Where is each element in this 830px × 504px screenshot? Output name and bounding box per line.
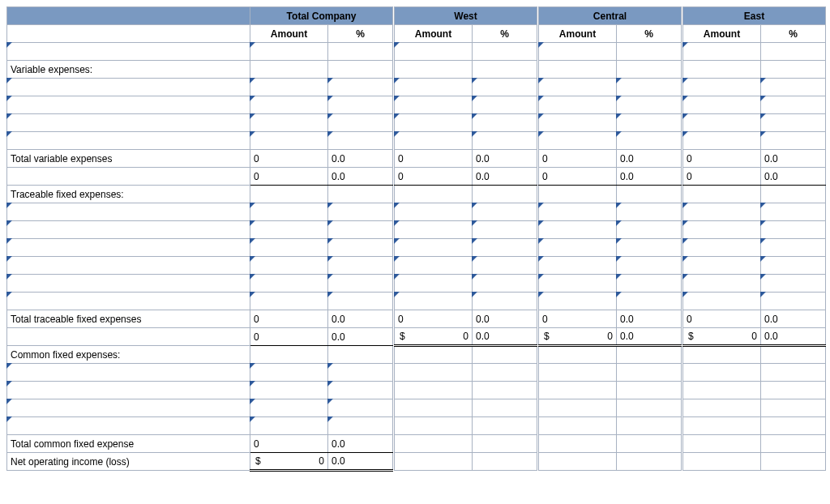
subheader-amount: Amount [250,25,328,43]
income-statement-table: Total Company West Central East Amount %… [6,6,826,472]
label-total-commonfix: Total common fixed expense [7,435,250,453]
subheader-pct: % [328,25,393,43]
label-total-tracefix: Total traceable fixed expenses [7,310,250,328]
label-common-fixed: Common fixed expenses: [7,346,250,364]
label-net-operating-income: Net operating income (loss) [7,453,250,471]
input-row[interactable] [7,399,826,417]
header-row-sub: Amount % Amount % Amount % Amount % [7,25,826,43]
segment-header-east: East [683,7,826,25]
amount-cell: 0 [250,150,328,168]
input-row[interactable] [7,382,826,399]
segment-header-total: Total Company [250,7,393,25]
label-variable-expenses: Variable expenses: [7,61,250,79]
input-row[interactable] [7,417,826,435]
row-variable-expenses: Variable expenses: [7,61,826,79]
input-row[interactable] [7,257,826,275]
header-row-segments: Total Company West Central East [7,7,826,25]
label-traceable-fixed: Traceable fixed expenses: [7,186,250,203]
currency-cell: $0 [250,453,328,471]
input-row[interactable] [7,114,826,132]
input-row[interactable] [7,293,826,310]
row-segment-margin: 0 0.0 $0 0.0 $0 0.0 $0 0.0 [7,328,826,346]
input-row[interactable] [7,221,826,239]
row-total-traceable-fixed: Total traceable fixed expenses 00.0 00.0… [7,310,826,328]
row-common-fixed: Common fixed expenses: [7,346,826,364]
row-traceable-fixed: Traceable fixed expenses: [7,186,826,203]
row-total-variable-expenses: Total variable expenses 0 0.0 00.0 00.0 … [7,150,826,168]
input-row[interactable] [7,203,826,221]
pct-cell: 0.0 [328,150,393,168]
input-row[interactable] [7,132,826,150]
row-net-operating-income: Net operating income (loss) $0 0.0 [7,453,826,471]
segment-header-central: Central [539,7,682,25]
input-row[interactable] [7,275,826,293]
row-subtotal: 0 0.0 0 0.0 0 0.0 0 0.0 [7,168,826,186]
input-row[interactable] [7,239,826,257]
input-row[interactable] [7,96,826,114]
segment-header-west: West [395,7,537,25]
row-total-common-fixed: Total common fixed expense 0 0.0 [7,435,826,453]
input-row[interactable] [7,79,826,96]
input-row[interactable] [7,364,826,382]
label-total-varexp: Total variable expenses [7,150,250,168]
input-row[interactable] [7,43,826,61]
currency-cell: $0 [395,328,473,346]
